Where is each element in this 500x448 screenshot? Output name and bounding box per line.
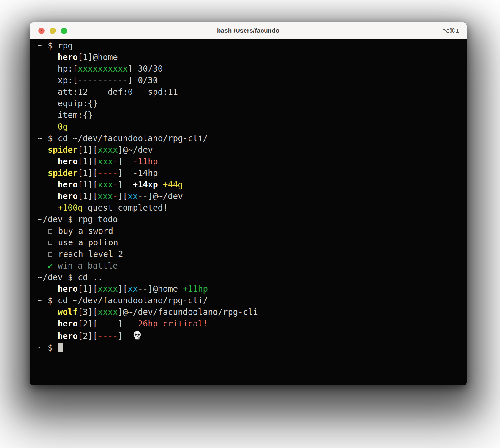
text-segment: xxx bbox=[98, 191, 113, 201]
command: cd .. bbox=[78, 272, 103, 282]
text-segment bbox=[38, 168, 48, 178]
text-segment bbox=[38, 261, 48, 271]
text-segment: ] 30/30 bbox=[128, 64, 163, 74]
todo-checkbox-icon bbox=[48, 229, 52, 234]
text-segment: -26hp critical! bbox=[133, 319, 208, 329]
text-segment bbox=[38, 284, 58, 294]
terminal-cursor bbox=[58, 343, 63, 352]
terminal-line: hero[1]@home bbox=[38, 51, 461, 63]
text-segment: hp:[ bbox=[38, 64, 78, 74]
text-segment: [2][ bbox=[78, 319, 98, 329]
text-segment bbox=[38, 180, 58, 190]
text-segment: -11hp bbox=[133, 157, 158, 166]
text-segment: wolf bbox=[58, 307, 77, 317]
terminal-line: hero[1][xxx-] -11hp bbox=[38, 156, 461, 167]
terminal-line: hero[1][xxx-] +14xp +44g bbox=[38, 179, 461, 190]
text-segment: quest completed! bbox=[83, 203, 168, 213]
terminal-line: hero[1][xxxx][xx--]@home +11hp bbox=[38, 283, 461, 295]
text-segment: xx bbox=[128, 284, 138, 294]
text-segment bbox=[38, 203, 58, 213]
text-segment bbox=[38, 191, 58, 201]
terminal-line: ~/dev $ cd .. bbox=[38, 272, 461, 283]
text-segment bbox=[38, 249, 48, 259]
todo-checkbox-icon bbox=[48, 252, 52, 257]
terminal-line: ~ $ rpg bbox=[38, 40, 461, 51]
terminal-window: bash /Users/facundo ⌥⌘1 ~ $ rpg hero[1]@… bbox=[30, 22, 467, 385]
text-segment: use a potion bbox=[53, 238, 118, 247]
terminal-line: ~ $ cd ~/dev/facundoolano/rpg-cli/ bbox=[38, 132, 461, 144]
text-segment: +100g bbox=[58, 203, 83, 213]
text-segment: spider bbox=[48, 168, 78, 178]
text-segment: ] bbox=[118, 331, 133, 341]
text-segment: xxxx bbox=[98, 284, 118, 294]
text-segment: +14xp bbox=[133, 180, 158, 190]
text-segment: [1]@home bbox=[78, 52, 118, 62]
text-segment: ][ bbox=[118, 284, 128, 294]
text-segment: hero bbox=[58, 180, 77, 190]
prompt: ~ $ bbox=[38, 343, 58, 353]
text-segment: ]@home bbox=[148, 284, 183, 294]
command: cd ~/dev/facundoolano/rpg-cli/ bbox=[58, 296, 208, 305]
terminal-line: spider[1][xxxx]@~/dev bbox=[38, 144, 461, 156]
window-title: bash /Users/facundo bbox=[217, 27, 279, 34]
terminal-line: +100g quest completed! bbox=[38, 202, 461, 214]
text-segment: [1][ bbox=[78, 191, 98, 201]
skull-emoji bbox=[133, 329, 142, 342]
text-segment: hero bbox=[58, 157, 77, 166]
text-segment: reach level 2 bbox=[53, 249, 123, 259]
text-segment: ---- bbox=[98, 168, 118, 178]
text-segment: xp:[----------] 0/30 bbox=[38, 75, 158, 85]
terminal-line: item:{} bbox=[38, 109, 461, 121]
text-segment: -- bbox=[138, 284, 148, 294]
terminal-line: ~ $ cd ~/dev/facundoolano/rpg-cli/ bbox=[38, 295, 461, 306]
text-segment bbox=[38, 145, 48, 155]
terminal-line: wolf[3][xxxx]@~/dev/facundoolano/rpg-cli bbox=[38, 306, 461, 318]
command: rpg todo bbox=[78, 214, 118, 224]
text-segment bbox=[38, 319, 58, 329]
terminal-line: 0g bbox=[38, 121, 461, 132]
text-segment: [2][ bbox=[78, 331, 98, 341]
zoom-button[interactable] bbox=[61, 28, 67, 34]
terminal[interactable]: ~ $ rpg hero[1]@home hp:[xxxxxxxxxx] 30/… bbox=[30, 39, 467, 385]
text-segment: ]@~/dev/facundoolano/rpg-cli bbox=[118, 307, 258, 317]
prompt: ~ $ bbox=[38, 41, 58, 51]
prompt: ~/dev $ bbox=[38, 272, 78, 282]
text-segment: [1][ bbox=[78, 145, 98, 155]
prompt: ~ $ bbox=[38, 296, 58, 305]
title-bar[interactable]: bash /Users/facundo ⌥⌘1 bbox=[30, 22, 467, 39]
text-segment: item:{} bbox=[38, 110, 93, 120]
terminal-line: att:12 def:0 spd:11 bbox=[38, 86, 461, 98]
text-segment: xxxxxxxxxx bbox=[78, 64, 128, 74]
text-segment bbox=[38, 52, 58, 62]
text-segment: hero bbox=[58, 191, 77, 201]
text-segment: win a battle bbox=[58, 261, 118, 271]
text-segment: +11hp bbox=[183, 284, 208, 294]
terminal-line: equip:{} bbox=[38, 98, 461, 109]
text-segment bbox=[38, 157, 58, 166]
text-segment: ] bbox=[118, 180, 133, 190]
text-segment: xxx bbox=[98, 157, 113, 166]
prompt: ~ $ bbox=[38, 133, 58, 143]
text-segment: [3][ bbox=[78, 307, 98, 317]
text-segment: xxxx bbox=[98, 307, 118, 317]
text-segment: ][ bbox=[118, 191, 128, 201]
terminal-line: xp:[----------] 0/30 bbox=[38, 75, 461, 86]
terminal-line: reach level 2 bbox=[38, 248, 461, 260]
terminal-line: buy a sword bbox=[38, 225, 461, 237]
text-segment: - bbox=[113, 180, 118, 190]
text-segment: -14hp bbox=[133, 168, 158, 178]
terminal-line: hero[1][xxx-][xx--]@~/dev bbox=[38, 190, 461, 202]
text-segment: -- bbox=[138, 191, 148, 201]
text-segment: +44g bbox=[163, 180, 183, 190]
text-segment: 0g bbox=[58, 122, 68, 132]
minimize-button[interactable] bbox=[50, 28, 56, 34]
text-segment: ] bbox=[118, 168, 133, 178]
text-segment: [1][ bbox=[78, 157, 98, 166]
close-button[interactable] bbox=[38, 28, 45, 34]
text-segment: ]@~/dev bbox=[148, 191, 183, 201]
terminal-line: hero[2][----] bbox=[38, 329, 461, 341]
prompt: ~/dev $ bbox=[38, 214, 78, 224]
terminal-line: use a potion bbox=[38, 237, 461, 248]
text-segment bbox=[158, 180, 163, 190]
text-segment: xxx bbox=[98, 180, 113, 190]
